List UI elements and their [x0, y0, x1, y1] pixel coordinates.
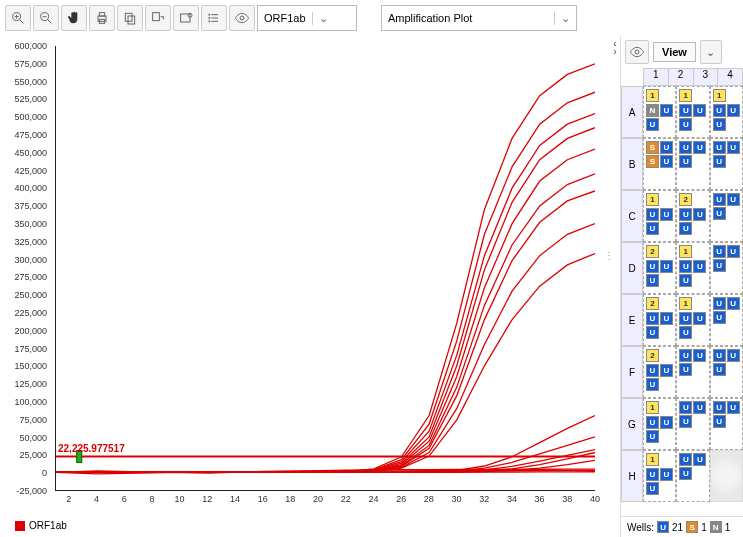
well[interactable]: UUU	[710, 346, 743, 398]
status-chip: U	[679, 415, 692, 428]
legend-label: ORF1ab	[29, 520, 67, 531]
y-tick-label: 100,000	[14, 397, 47, 407]
eye-icon[interactable]	[625, 40, 649, 64]
eye-icon[interactable]	[229, 5, 255, 31]
status-chip: U	[646, 430, 659, 443]
well[interactable]: 1UUU	[643, 190, 676, 242]
well[interactable]: UUU	[710, 138, 743, 190]
row-header[interactable]: A	[621, 86, 643, 138]
row-header[interactable]: C	[621, 190, 643, 242]
plate-row: A1NUU1UUU1UUU	[621, 86, 743, 138]
export-icon[interactable]	[145, 5, 171, 31]
status-chip: U	[679, 260, 692, 273]
status-chip: U	[646, 364, 659, 377]
summary-label: Wells:	[627, 522, 654, 533]
well[interactable]: UUU	[676, 398, 709, 450]
well[interactable]: UUU	[676, 346, 709, 398]
status-chip: U	[713, 155, 726, 168]
chevron-right-icon: ›	[613, 48, 616, 56]
status-chip: U	[713, 401, 726, 414]
well[interactable]: 1UUU	[676, 86, 709, 138]
well[interactable]: 2UUU	[643, 294, 676, 346]
col-header[interactable]: 1	[643, 68, 669, 86]
well[interactable]: 1UUU	[643, 398, 676, 450]
zoom-in-icon[interactable]	[5, 5, 31, 31]
status-chip: U	[679, 141, 692, 154]
y-tick-label: 525,000	[14, 94, 47, 104]
status-chip: U	[713, 311, 726, 324]
zoom-out-icon[interactable]	[33, 5, 59, 31]
svg-rect-13	[181, 14, 190, 22]
settings-icon[interactable]	[173, 5, 199, 31]
well[interactable]: 2UUU	[643, 242, 676, 294]
y-tick-label: 425,000	[14, 166, 47, 176]
y-tick-label: 600,000	[14, 41, 47, 51]
target-select[interactable]: ORF1ab ⌄	[257, 5, 357, 31]
row-header[interactable]: B	[621, 138, 643, 190]
status-chip: U	[646, 222, 659, 235]
summary-n: 1	[725, 522, 731, 533]
svg-point-19	[209, 17, 210, 18]
status-chip: U	[660, 260, 673, 273]
y-tick-label: 125,000	[14, 379, 47, 389]
y-axis-labels: -25,000025,00050,00075,000100,000125,000…	[0, 46, 50, 491]
status-chip: U	[679, 401, 692, 414]
row-header[interactable]: D	[621, 242, 643, 294]
row-header[interactable]: E	[621, 294, 643, 346]
status-chip: U	[646, 416, 659, 429]
row-header[interactable]: F	[621, 346, 643, 398]
row-header[interactable]: H	[621, 450, 643, 502]
list-icon[interactable]	[201, 5, 227, 31]
well[interactable]: SUSU	[643, 138, 676, 190]
split-handle[interactable]: ‹ ›	[610, 36, 620, 537]
summary-u: 21	[672, 522, 683, 533]
print-icon[interactable]	[89, 5, 115, 31]
status-chip: U	[660, 364, 673, 377]
status-chip: U	[713, 259, 726, 272]
flag-chip: 1	[679, 245, 692, 258]
col-header[interactable]: 3	[694, 68, 719, 86]
x-tick-label: 38	[562, 494, 572, 504]
well-summary: Wells: U21 S1 N1	[621, 516, 743, 537]
svg-rect-10	[125, 13, 132, 21]
view-dropdown-icon[interactable]: ⌄	[700, 40, 722, 64]
col-header[interactable]: 4	[718, 68, 743, 86]
status-chip: U	[679, 222, 692, 235]
view-button[interactable]: View	[653, 42, 696, 62]
status-chip: S	[646, 141, 659, 154]
plot-type-select[interactable]: Amplification Plot ⌄	[381, 5, 577, 31]
well[interactable]: UUU	[710, 398, 743, 450]
status-chip: S	[646, 155, 659, 168]
svg-point-21	[240, 16, 244, 20]
well[interactable]: 2UUU	[643, 346, 676, 398]
status-chip: U	[679, 312, 692, 325]
svg-point-18	[209, 14, 210, 15]
well[interactable]: UUU	[710, 294, 743, 346]
amplification-plot: -25,000025,00050,00075,000100,000125,000…	[0, 36, 610, 537]
pan-hand-icon[interactable]	[61, 5, 87, 31]
well[interactable]: 1UUU	[710, 86, 743, 138]
well[interactable]	[710, 450, 743, 502]
col-header[interactable]: 2	[669, 68, 694, 86]
well[interactable]: 1UUU	[676, 242, 709, 294]
row-header[interactable]: G	[621, 398, 643, 450]
x-tick-label: 28	[424, 494, 434, 504]
svg-rect-11	[128, 16, 135, 24]
well[interactable]: 1UUU	[643, 450, 676, 502]
plot-area[interactable]	[55, 46, 595, 491]
well[interactable]: 2UUU	[676, 190, 709, 242]
well[interactable]: UUU	[676, 450, 709, 502]
copy-icon[interactable]	[117, 5, 143, 31]
plate-grid[interactable]: A1NUU1UUU1UUUBSUSUUUUUUUC1UUU2UUUUUUD2UU…	[621, 86, 743, 516]
status-chip: U	[693, 260, 706, 273]
well[interactable]: 1NUU	[643, 86, 676, 138]
well[interactable]: 1UUU	[676, 294, 709, 346]
drag-dots-icon: ⋮	[604, 250, 614, 261]
status-chip: U	[660, 312, 673, 325]
flag-chip: 1	[646, 453, 659, 466]
well[interactable]: UUU	[710, 190, 743, 242]
status-chip: U	[693, 208, 706, 221]
well[interactable]: UUU	[710, 242, 743, 294]
status-chip: U	[727, 245, 740, 258]
well[interactable]: UUU	[676, 138, 709, 190]
